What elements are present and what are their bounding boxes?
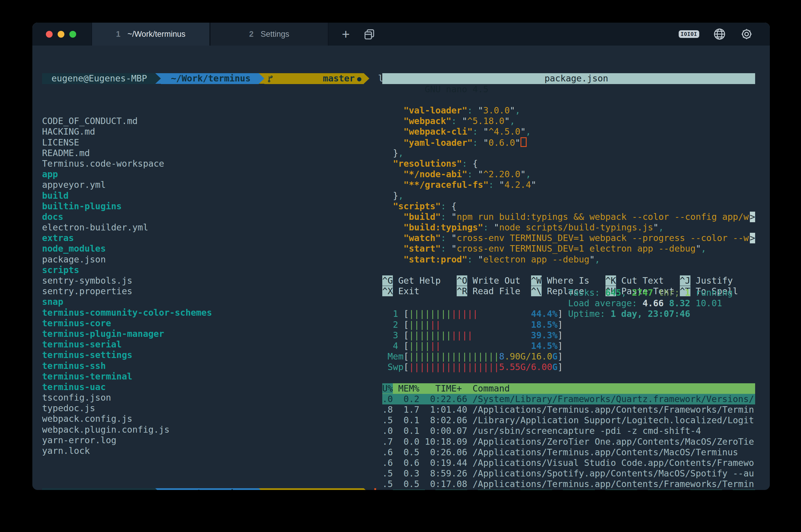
settings-gear-icon[interactable] [740, 27, 753, 41]
git-dirty-dot: ● [357, 75, 361, 82]
segment-fl: Nice + [690, 490, 722, 490]
tab-work-terminus[interactable]: 1 ~/Work/terminus [91, 23, 210, 45]
nano-editor-line: "webpack": "^5.18.0", [382, 116, 755, 127]
segment-lab: 4 [382, 341, 404, 351]
segment-nk: ^G [382, 276, 393, 286]
htop-summary: Tasks: 645, 2747 thr; 1 runningLoad aver… [568, 287, 733, 320]
segment-val: cross-env TERMINUS_DEV=1 webpack --progr… [457, 233, 749, 243]
file-list-line: builtin-plugins [42, 201, 374, 212]
segment-dir: terminus-community-color-schemes [42, 307, 212, 318]
plus-icon: + [342, 26, 350, 42]
segment-fill [472, 330, 531, 340]
tab-index: 1 [116, 30, 120, 39]
segment-lab: Mem [382, 351, 404, 362]
segment-pu: : [467, 105, 478, 115]
file-list-line: terminus-community-color-schemes [42, 307, 374, 318]
globe-icon[interactable] [713, 27, 726, 41]
duplicate-window-icon [363, 27, 376, 41]
segment-fl: SortBy [606, 490, 637, 490]
close-button[interactable] [46, 31, 53, 38]
segment-br: { [451, 201, 457, 211]
segment-key: "yaml-loader" [404, 137, 472, 148]
terminal-cursor [374, 488, 376, 490]
prompt-git-segment: master ● [264, 73, 364, 84]
segment-q: " [504, 116, 509, 126]
segment-more: > [750, 212, 755, 222]
segment-row: .8 1.7 1:01.40 /Applications/Terminus.ap… [382, 404, 754, 415]
nano-editor-line [382, 265, 755, 276]
segment-nk: ^W [531, 276, 542, 286]
htop-line: 3 [|||||||||||| 39.3%] [382, 330, 755, 341]
nano-title-bar: GNU nano 4.5 package.json [382, 73, 755, 84]
segment-val: 3.0.0 [483, 105, 509, 115]
file-list-line: yarn-error.log [42, 435, 374, 445]
prompt-git-segment: master ● [264, 488, 364, 490]
segment-brk: [ [404, 341, 409, 351]
segment-pu: , [658, 222, 664, 232]
nano-editor-line: "watch": "cross-env TERMINUS_DEV=1 webpa… [382, 233, 755, 243]
segment-key: "*/node-abi" [404, 169, 467, 179]
segment-val: cross-env TERMINUS_DEV=1 electron app --… [457, 243, 696, 254]
segment-sp [382, 201, 393, 211]
toolbar-icons: IOIOI [679, 23, 770, 45]
segment-q: " [589, 254, 595, 265]
segment-brk: ] [558, 362, 563, 372]
segment-row: .5 0.1 8:02.06 /Library/Application Supp… [382, 415, 754, 425]
segment-brk: [ [404, 309, 409, 319]
segment-pu: : [488, 179, 499, 190]
tab-title: Settings [261, 30, 290, 39]
segment-sp [382, 127, 404, 137]
segment-val: ^5.18.0 [467, 116, 504, 126]
segment-q: " [462, 116, 467, 126]
zoom-button[interactable] [69, 31, 76, 38]
segment-pu: , [526, 169, 531, 179]
tab-settings[interactable]: 2 Settings [210, 23, 329, 45]
nano-app-version: GNU nano 4.5 [425, 84, 488, 94]
segment-lab: 1 [382, 309, 404, 319]
powerline-arrow-icon [364, 73, 369, 84]
segment-row: .6 0.5 0:26.06 /Applications/Terminus.ap… [382, 447, 738, 457]
segment-key: "start:prod" [404, 254, 467, 265]
segment-file: webpack.config.js [42, 414, 132, 424]
segment-pu: : [472, 127, 483, 137]
segment-mb: 8 [499, 351, 504, 362]
segment-br2: || [430, 341, 441, 351]
segment-val: 4.2.4 [504, 179, 531, 190]
htop-line: .5 0.1 8:02.06 /Library/Application Supp… [382, 415, 755, 425]
duplicate-tab-button[interactable] [359, 23, 379, 45]
segment-row: .6 0.6 0:19.44 /Applications/Visual Stud… [382, 458, 754, 468]
htop-line: .7 0.0 10:18.09 /Applications/ZeroTier O… [382, 436, 755, 447]
segment-val: electron app --debug [483, 254, 589, 265]
prompt-user-segment: eugene@Eugenes-MBP [42, 73, 155, 84]
segment-lab: Swp [382, 362, 404, 372]
terminal-pane-left[interactable]: eugene@Eugenes-MBP ~/Work/terminus maste… [42, 52, 374, 490]
htop-line: 2 [|||||| 18.5%] [382, 320, 755, 330]
minimize-button[interactable] [58, 31, 64, 38]
serial-console-icon[interactable]: IOIOI [679, 30, 699, 38]
segment-fl: Filter [520, 490, 552, 490]
segment-pct: 39.3% [531, 330, 558, 340]
segment-q: " [696, 243, 701, 254]
segment-dir: terminus-plugin-manager [42, 329, 164, 339]
segment-br2: ||||| [451, 309, 478, 319]
segment-fk: F9 [722, 490, 733, 490]
segment-val: 0.6.0 [488, 137, 515, 148]
segment-hrest: MEM% TIME+ Command [393, 383, 509, 394]
new-tab-button[interactable]: + [333, 23, 359, 45]
file-list-line: README.md [42, 148, 374, 158]
segment-brk: ] [558, 341, 563, 351]
segment-more: > [750, 233, 755, 243]
terminal-pane-nano[interactable]: GNU nano 4.5 package.json "val-loader": … [382, 52, 755, 318]
segment-dir: terminus-settings [42, 350, 132, 360]
htop-line: .0 0.2 0:22.66 /System/Library/Framework… [382, 394, 755, 404]
file-list-line: HACKING.md [42, 127, 374, 137]
terminus-window: 1 ~/Work/terminus 2 Settings + IOIOI [32, 23, 770, 490]
segment-pu: , [595, 254, 600, 265]
segment-q: " [451, 212, 457, 222]
segment-val: node scripts/build-typings.js [499, 222, 653, 232]
segment-fill [478, 309, 531, 319]
segment-tg: 2747 [632, 287, 653, 298]
segment-q: " [451, 233, 457, 243]
segment-lab: 3 [382, 330, 404, 340]
terminal-pane-htop[interactable]: 1 [||||||||||||| 44.4%] 2 [|||||| 18.5%]… [382, 287, 755, 490]
